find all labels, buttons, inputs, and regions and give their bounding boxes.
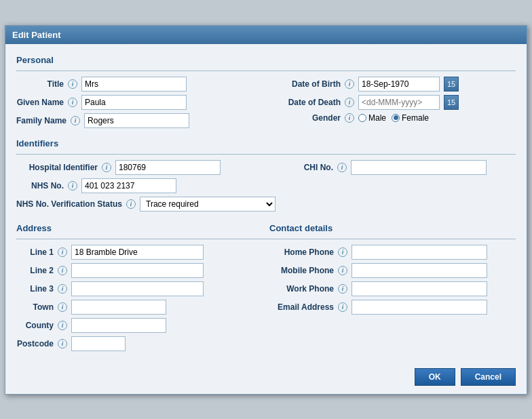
title-label: Title [16, 79, 64, 89]
gender-info-icon[interactable]: i [345, 113, 354, 123]
title-info-icon[interactable]: i [68, 79, 77, 89]
family-name-input[interactable] [84, 113, 189, 128]
line3-info-icon[interactable]: i [58, 284, 67, 294]
county-info-icon[interactable]: i [58, 321, 67, 330]
nhs-verification-info-icon[interactable]: i [126, 199, 136, 209]
dob-label: Date of Birth [273, 79, 341, 89]
identifiers-section-header: Identifiers [16, 138, 516, 148]
edit-patient-dialog: Edit Patient Personal Title i Given Name… [5, 25, 527, 395]
dod-calendar-button[interactable]: 15 [444, 95, 459, 110]
postcode-label: Postcode [16, 339, 54, 348]
gender-female-radio[interactable] [392, 114, 400, 122]
postcode-info-icon[interactable]: i [58, 339, 67, 348]
given-name-input[interactable] [81, 95, 187, 110]
county-label: County [16, 321, 54, 330]
contact-section-header: Contact details [269, 223, 516, 233]
dob-input[interactable] [358, 77, 440, 92]
dob-calendar-button[interactable]: 15 [444, 77, 459, 92]
line2-label: Line 2 [16, 266, 54, 275]
line3-input[interactable] [71, 281, 204, 296]
gender-female-label: Female [402, 113, 429, 123]
given-name-info-icon[interactable]: i [68, 98, 77, 107]
address-section-header: Address [16, 223, 263, 233]
line3-label: Line 3 [16, 284, 54, 294]
hospital-id-label: Hospital Identifier [16, 163, 98, 172]
given-name-label: Given Name [16, 98, 64, 107]
nhs-label: NHS No. [16, 181, 64, 191]
line1-label: Line 1 [16, 247, 54, 257]
cancel-button[interactable]: Cancel [461, 368, 516, 386]
mobile-phone-info-icon[interactable]: i [338, 266, 347, 275]
family-name-info-icon[interactable]: i [71, 116, 80, 125]
county-input[interactable] [71, 318, 166, 333]
email-label: Email Address [269, 302, 334, 312]
gender-female-option[interactable]: Female [392, 113, 429, 123]
personal-section-header: Personal [16, 55, 516, 65]
home-phone-info-icon[interactable]: i [338, 247, 347, 257]
chi-label: CHI No. [289, 163, 333, 172]
work-phone-input[interactable] [352, 281, 487, 296]
email-info-icon[interactable]: i [338, 302, 347, 312]
hospital-id-info-icon[interactable]: i [102, 163, 111, 172]
gender-male-radio[interactable] [358, 114, 366, 122]
gender-label: Gender [273, 113, 341, 123]
nhs-input[interactable] [81, 178, 176, 193]
mobile-phone-input[interactable] [352, 263, 487, 278]
town-info-icon[interactable]: i [58, 302, 67, 312]
line1-input[interactable] [71, 245, 204, 260]
home-phone-label: Home Phone [269, 247, 334, 257]
work-phone-info-icon[interactable]: i [338, 284, 347, 294]
dob-info-icon[interactable]: i [345, 79, 354, 89]
line1-info-icon[interactable]: i [58, 247, 67, 257]
work-phone-label: Work Phone [269, 284, 334, 294]
chi-input[interactable] [351, 160, 487, 175]
nhs-verification-label: NHS No. Verification Status [16, 199, 122, 209]
nhs-info-icon[interactable]: i [68, 181, 77, 191]
town-label: Town [16, 302, 54, 312]
hospital-id-input[interactable] [115, 160, 221, 175]
line2-info-icon[interactable]: i [58, 266, 67, 275]
title-input[interactable] [81, 77, 187, 92]
line2-input[interactable] [71, 263, 204, 278]
chi-info-icon[interactable]: i [337, 163, 347, 172]
dod-info-icon[interactable]: i [345, 98, 354, 107]
gender-male-option[interactable]: Male [358, 113, 386, 123]
dod-input[interactable] [358, 95, 440, 110]
email-input[interactable] [352, 300, 487, 315]
ok-button[interactable]: OK [415, 368, 455, 386]
family-name-label: Family Name [16, 116, 66, 125]
dod-label: Date of Death [273, 98, 341, 107]
mobile-phone-label: Mobile Phone [269, 266, 334, 275]
nhs-verification-select[interactable]: Trace required [140, 197, 276, 212]
home-phone-input[interactable] [352, 245, 487, 260]
dialog-title: Edit Patient [5, 26, 527, 44]
postcode-input[interactable] [71, 336, 126, 351]
gender-male-label: Male [368, 113, 386, 123]
town-input[interactable] [71, 300, 166, 315]
